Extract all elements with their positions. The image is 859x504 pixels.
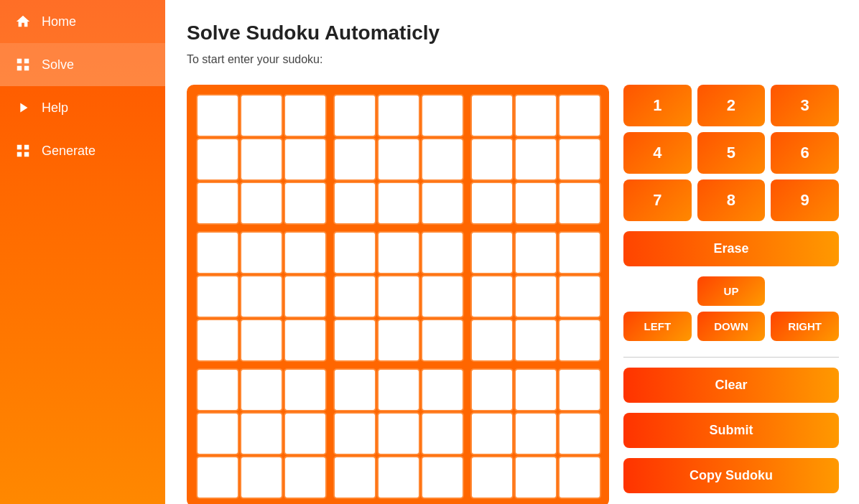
sudoku-cell-3-4[interactable]	[377, 231, 420, 274]
sudoku-cell-5-2[interactable]	[284, 319, 327, 362]
sudoku-cell-7-6[interactable]	[470, 412, 514, 455]
sudoku-cell-4-3[interactable]	[333, 275, 376, 318]
sudoku-cell-0-8[interactable]	[558, 94, 601, 137]
sidebar-item-solve[interactable]: Solve	[0, 43, 165, 86]
sudoku-cell-3-7[interactable]	[514, 231, 557, 274]
sudoku-cell-4-4[interactable]	[377, 275, 420, 318]
sudoku-cell-7-8[interactable]	[558, 412, 601, 455]
sudoku-cell-6-4[interactable]	[377, 368, 420, 411]
sudoku-cell-3-8[interactable]	[558, 231, 601, 274]
sudoku-cell-2-6[interactable]	[470, 182, 514, 225]
sudoku-cell-5-7[interactable]	[514, 319, 557, 362]
sudoku-cell-8-5[interactable]	[421, 456, 464, 499]
clear-button[interactable]: Clear	[623, 368, 839, 403]
sudoku-cell-1-4[interactable]	[377, 138, 420, 181]
sudoku-cell-8-0[interactable]	[196, 456, 239, 499]
sidebar-item-generate[interactable]: Generate	[0, 129, 165, 172]
right-button[interactable]: RIGHT	[771, 312, 839, 341]
sudoku-cell-7-2[interactable]	[284, 412, 327, 455]
num-btn-2[interactable]: 2	[697, 85, 766, 126]
sudoku-cell-0-2[interactable]	[284, 94, 327, 137]
sudoku-cell-6-3[interactable]	[333, 368, 376, 411]
sudoku-cell-6-1[interactable]	[240, 368, 283, 411]
num-btn-8[interactable]: 8	[697, 179, 766, 221]
sudoku-cell-7-5[interactable]	[421, 412, 464, 455]
sudoku-cell-3-5[interactable]	[421, 231, 464, 274]
sudoku-cell-8-1[interactable]	[240, 456, 283, 499]
sudoku-cell-5-8[interactable]	[558, 319, 601, 362]
up-button[interactable]: UP	[697, 276, 766, 306]
num-btn-1[interactable]: 1	[623, 85, 692, 126]
sudoku-cell-0-6[interactable]	[470, 94, 514, 137]
sudoku-cell-4-0[interactable]	[196, 275, 239, 318]
sudoku-cell-5-6[interactable]	[470, 319, 514, 362]
sudoku-cell-8-6[interactable]	[470, 456, 514, 499]
num-btn-7[interactable]: 7	[623, 179, 692, 221]
sudoku-cell-2-1[interactable]	[240, 182, 283, 225]
sudoku-cell-1-1[interactable]	[240, 138, 283, 181]
sudoku-cell-4-1[interactable]	[240, 275, 283, 318]
sudoku-cell-2-5[interactable]	[421, 182, 464, 225]
sudoku-cell-2-3[interactable]	[333, 182, 376, 225]
num-btn-6[interactable]: 6	[771, 132, 839, 174]
num-btn-9[interactable]: 9	[771, 179, 839, 221]
sudoku-cell-0-5[interactable]	[421, 94, 464, 137]
sudoku-cell-4-6[interactable]	[470, 275, 514, 318]
sudoku-cell-8-3[interactable]	[333, 456, 376, 499]
sudoku-cell-1-0[interactable]	[196, 138, 239, 181]
sudoku-cell-5-1[interactable]	[240, 319, 283, 362]
erase-button[interactable]: Erase	[623, 231, 839, 266]
sudoku-cell-7-3[interactable]	[333, 412, 376, 455]
num-btn-5[interactable]: 5	[697, 132, 766, 174]
submit-button[interactable]: Submit	[623, 413, 839, 448]
sudoku-cell-3-1[interactable]	[240, 231, 283, 274]
sudoku-cell-7-7[interactable]	[514, 412, 557, 455]
sudoku-cell-6-2[interactable]	[284, 368, 327, 411]
sudoku-cell-6-7[interactable]	[514, 368, 557, 411]
sudoku-cell-2-2[interactable]	[284, 182, 327, 225]
sudoku-cell-7-0[interactable]	[196, 412, 239, 455]
sudoku-cell-8-8[interactable]	[558, 456, 601, 499]
sudoku-cell-0-7[interactable]	[514, 94, 557, 137]
num-btn-3[interactable]: 3	[771, 85, 839, 126]
sudoku-cell-4-2[interactable]	[284, 275, 327, 318]
left-button[interactable]: LEFT	[623, 312, 692, 341]
sudoku-cell-1-2[interactable]	[284, 138, 327, 181]
sidebar-item-home[interactable]: Home	[0, 0, 165, 43]
sudoku-cell-2-0[interactable]	[196, 182, 239, 225]
sudoku-cell-4-5[interactable]	[421, 275, 464, 318]
sudoku-cell-7-1[interactable]	[240, 412, 283, 455]
sudoku-cell-1-6[interactable]	[470, 138, 514, 181]
copy-sudoku-button[interactable]: Copy Sudoku	[623, 458, 839, 493]
sidebar-item-help[interactable]: Help	[0, 86, 165, 129]
sudoku-cell-1-5[interactable]	[421, 138, 464, 181]
sudoku-cell-2-4[interactable]	[377, 182, 420, 225]
sudoku-cell-1-3[interactable]	[333, 138, 376, 181]
num-btn-4[interactable]: 4	[623, 132, 692, 174]
sudoku-cell-8-7[interactable]	[514, 456, 557, 499]
sudoku-cell-6-5[interactable]	[421, 368, 464, 411]
sudoku-cell-3-3[interactable]	[333, 231, 376, 274]
sudoku-cell-1-7[interactable]	[514, 138, 557, 181]
sudoku-cell-0-1[interactable]	[240, 94, 283, 137]
sudoku-cell-2-7[interactable]	[514, 182, 557, 225]
sudoku-cell-5-5[interactable]	[421, 319, 464, 362]
sudoku-cell-5-3[interactable]	[333, 319, 376, 362]
sudoku-cell-2-8[interactable]	[558, 182, 601, 225]
sudoku-cell-8-4[interactable]	[377, 456, 420, 499]
sudoku-cell-3-0[interactable]	[196, 231, 239, 274]
sudoku-cell-0-0[interactable]	[196, 94, 239, 137]
sudoku-cell-0-3[interactable]	[333, 94, 376, 137]
sudoku-cell-0-4[interactable]	[377, 94, 420, 137]
sudoku-cell-4-7[interactable]	[514, 275, 557, 318]
sudoku-cell-3-2[interactable]	[284, 231, 327, 274]
sudoku-cell-8-2[interactable]	[284, 456, 327, 499]
sudoku-cell-1-8[interactable]	[558, 138, 601, 181]
sudoku-cell-3-6[interactable]	[470, 231, 514, 274]
sudoku-cell-5-4[interactable]	[377, 319, 420, 362]
sudoku-cell-5-0[interactable]	[196, 319, 239, 362]
sudoku-cell-6-0[interactable]	[196, 368, 239, 411]
sudoku-cell-7-4[interactable]	[377, 412, 420, 455]
sudoku-cell-6-6[interactable]	[470, 368, 514, 411]
down-button[interactable]: DOWN	[697, 312, 766, 341]
